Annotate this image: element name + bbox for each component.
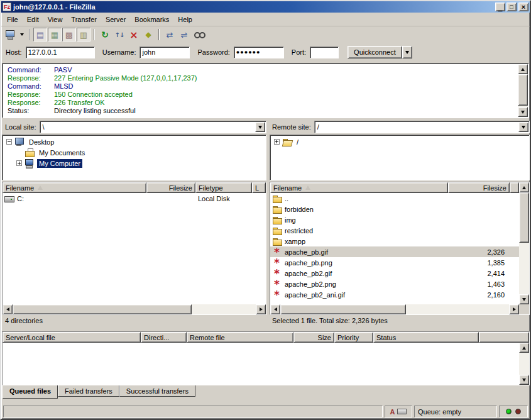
synchronized-browsing-button[interactable] (177, 28, 191, 41)
refresh-button[interactable] (98, 28, 112, 41)
tree-item[interactable]: My Documents (3, 147, 266, 158)
scroll-down-button[interactable] (519, 294, 529, 304)
column-header-priority[interactable]: Priority (334, 332, 373, 343)
scroll-up-button[interactable] (518, 64, 528, 74)
remote-file-row[interactable]: apache_pb.gif 2,326 (270, 246, 519, 257)
column-header-filesize[interactable]: Filesize (146, 182, 195, 193)
column-header-server-local-file[interactable]: Server/Local file (3, 332, 141, 343)
host-input[interactable] (26, 47, 95, 58)
menu-item[interactable]: Bookmarks (130, 14, 173, 25)
scrollbar-thumb[interactable] (518, 74, 528, 106)
column-header-filesize[interactable]: Filesize (448, 182, 510, 193)
column-header-filename[interactable]: Filename (270, 182, 448, 193)
queue-tab[interactable]: Failed transfers (58, 385, 119, 397)
arrow-up-icon (521, 68, 525, 71)
remote-file-row[interactable]: apache_pb.png 1,385 (270, 257, 519, 268)
remote-file-row[interactable]: apache_pb2.png 1,463 (270, 279, 519, 289)
scroll-right-button[interactable] (256, 304, 266, 314)
scrollbar-track[interactable] (519, 192, 529, 294)
arrow-up-icon (522, 346, 526, 350)
toggle-remote-tree-button[interactable] (62, 28, 76, 41)
process-queue-button[interactable] (112, 28, 126, 41)
column-header-filename[interactable]: Filename (3, 182, 146, 193)
scroll-right-button[interactable] (509, 304, 519, 314)
local-file-row[interactable]: C: Local Disk (3, 193, 266, 204)
quickconnect-button[interactable]: Quickconnect (348, 46, 402, 58)
remote-file-row[interactable]: apache_pb2_ani.gif 2,160 (270, 289, 519, 300)
scroll-left-button[interactable] (270, 304, 280, 314)
remote-file-row[interactable]: img (270, 214, 519, 225)
scrollbar-track[interactable] (518, 74, 528, 107)
scroll-down-button[interactable] (518, 107, 528, 117)
column-header-remote-file[interactable]: Remote file (187, 332, 293, 343)
site-manager-button[interactable] (3, 28, 17, 41)
remote-file-list: .. forbidden img restricted (270, 193, 519, 304)
scroll-up-button[interactable] (519, 343, 529, 353)
column-header-lastmodified[interactable]: L (252, 182, 266, 193)
local-horizontal-scrollbar[interactable] (3, 304, 266, 314)
scrollbar-thumb[interactable] (13, 304, 192, 314)
queue-tabs: Queued files Failed transfers Successful… (3, 385, 195, 399)
username-input[interactable] (140, 47, 190, 58)
toggle-message-log-button[interactable] (33, 28, 47, 41)
local-site-combo[interactable]: \ (40, 121, 266, 133)
tree-expander[interactable] (6, 139, 12, 145)
tree-expander[interactable] (274, 139, 280, 145)
menu-item[interactable]: Transfer (67, 14, 101, 25)
queue-tab[interactable]: Successful transfers (119, 385, 195, 397)
remote-horizontal-scrollbar[interactable] (270, 304, 519, 314)
scroll-left-button[interactable] (3, 304, 13, 314)
minimize-button[interactable]: ▁ (495, 3, 505, 11)
combo-dropdown-button[interactable] (255, 122, 265, 132)
port-input[interactable] (310, 47, 339, 58)
menu-item[interactable]: Server (101, 14, 130, 25)
scrollbar-thumb[interactable] (519, 192, 529, 243)
scrollbar-track[interactable] (280, 304, 509, 314)
queue-scrollbar[interactable] (519, 343, 529, 385)
remote-site-label: Remote site: (272, 123, 311, 131)
scrollbar-track[interactable] (519, 353, 529, 375)
tree-item[interactable]: My Computer (3, 158, 266, 169)
remote-file-row[interactable]: apache_pb2.gif 2,414 (270, 268, 519, 279)
localtree-icon (50, 30, 60, 40)
close-button[interactable]: × (518, 3, 528, 11)
remote-file-row[interactable]: .. (270, 193, 519, 204)
queue-tab[interactable]: Queued files (3, 385, 58, 399)
statusbar: A Queue: empty (1, 404, 530, 419)
directory-comparison-button[interactable] (163, 28, 177, 41)
remote-site-combo[interactable]: / (314, 121, 530, 133)
menu-item[interactable]: View (43, 14, 67, 25)
log-scrollbar[interactable] (518, 64, 528, 117)
filter-button[interactable] (141, 28, 155, 41)
tree-item[interactable]: Desktop (3, 136, 266, 147)
scroll-up-button[interactable] (519, 182, 529, 192)
column-header-size[interactable]: Size (293, 332, 334, 343)
remote-vertical-scrollbar[interactable] (519, 182, 529, 304)
tree-item[interactable]: / (270, 136, 529, 147)
combo-dropdown-button[interactable] (518, 122, 528, 132)
titlebar[interactable]: Fz john@127.0.0.1 - FileZilla ▁ □ × (1, 1, 530, 13)
scroll-down-button[interactable] (519, 375, 529, 385)
column-header-filetype[interactable]: Filetype (195, 182, 252, 193)
scrollbar-track[interactable] (13, 304, 256, 314)
cancel-button[interactable] (127, 28, 141, 41)
maximize-button[interactable]: □ (506, 3, 517, 11)
password-input[interactable] (234, 47, 284, 58)
remote-file-row[interactable]: restricted (270, 225, 519, 236)
site-manager-dropdown[interactable] (18, 28, 26, 41)
menu-item[interactable]: File (3, 14, 23, 25)
toggle-transfer-queue-button[interactable] (77, 28, 90, 41)
tree-expander[interactable] (16, 160, 22, 166)
column-header-status[interactable]: Status (373, 332, 479, 343)
column-header-direction[interactable]: Directi... (141, 332, 187, 343)
file-size: 1,385 (448, 257, 510, 268)
find-button[interactable] (192, 28, 205, 41)
toggle-local-tree-button[interactable] (48, 28, 62, 41)
quickconnect-dropdown[interactable] (402, 46, 412, 58)
menu-item[interactable]: Help (173, 14, 197, 25)
scrollbar-thumb[interactable] (280, 304, 406, 314)
remote-file-row[interactable]: forbidden (270, 204, 519, 214)
menu-item[interactable]: Edit (23, 14, 43, 25)
toolbar-separator (158, 29, 160, 40)
remote-file-row[interactable]: xampp (270, 236, 519, 246)
